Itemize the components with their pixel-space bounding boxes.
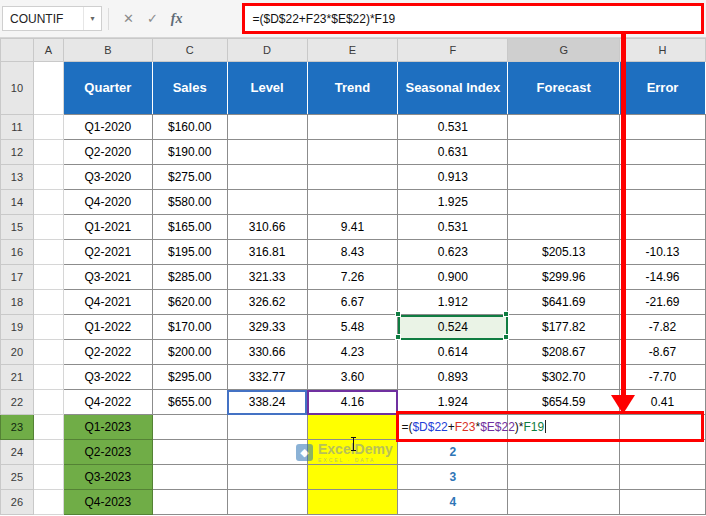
cell-F16[interactable]: 0.623	[398, 240, 508, 265]
cell-C24[interactable]	[152, 440, 227, 465]
row-header-16[interactable]: 16	[1, 240, 34, 265]
cell-B19[interactable]: Q1-2022	[63, 315, 152, 340]
col-header-D[interactable]: D	[227, 39, 307, 62]
cell-D12[interactable]	[227, 140, 307, 165]
cell-G26[interactable]	[508, 490, 620, 515]
cell-B21[interactable]: Q3-2022	[63, 365, 152, 390]
cell-F15[interactable]: 0.531	[398, 215, 508, 240]
cell-H25[interactable]	[620, 465, 706, 490]
cell-A14[interactable]	[33, 190, 63, 215]
cell-E17[interactable]: 7.26	[307, 265, 398, 290]
cell-G21[interactable]: $302.70	[508, 365, 620, 390]
header-forecast[interactable]: Forecast	[508, 62, 620, 115]
row-header-24[interactable]: 24	[1, 440, 34, 465]
cell-B15[interactable]: Q1-2021	[63, 215, 152, 240]
cell-H21[interactable]: -7.70	[620, 365, 706, 390]
cell-E16[interactable]: 8.43	[307, 240, 398, 265]
cell-A22[interactable]	[33, 390, 63, 415]
selection-handle-icon[interactable]	[503, 334, 509, 340]
header-trend[interactable]: Trend	[307, 62, 398, 115]
cell-F18[interactable]: 1.912	[398, 290, 508, 315]
cell-F14[interactable]: 1.925	[398, 190, 508, 215]
cell-C23[interactable]	[152, 415, 227, 440]
cell-F11[interactable]: 0.531	[398, 115, 508, 140]
cell-F17[interactable]: 0.900	[398, 265, 508, 290]
selection-handle-icon[interactable]	[503, 311, 509, 317]
row-header-26[interactable]: 26	[1, 490, 34, 515]
cell-G18[interactable]: $641.69	[508, 290, 620, 315]
cell-C20[interactable]: $200.00	[152, 340, 227, 365]
header-quarter[interactable]: Quarter	[63, 62, 152, 115]
cell-C25[interactable]	[152, 465, 227, 490]
cell-H18[interactable]: -21.69	[620, 290, 706, 315]
cell-D21[interactable]: 332.77	[227, 365, 307, 390]
cell-C22[interactable]: $655.00	[152, 390, 227, 415]
cell-B13[interactable]: Q3-2020	[63, 165, 152, 190]
row-header-19[interactable]: 19	[1, 315, 34, 340]
cell-A10[interactable]	[33, 62, 63, 115]
cell-C26[interactable]	[152, 490, 227, 515]
col-header-B[interactable]: B	[63, 39, 152, 62]
cell-B24[interactable]: Q2-2023	[63, 440, 152, 465]
cell-H13[interactable]	[620, 165, 706, 190]
cell-A12[interactable]	[33, 140, 63, 165]
cell-B18[interactable]: Q4-2021	[63, 290, 152, 315]
cell-B26[interactable]: Q4-2023	[63, 490, 152, 515]
cell-B23[interactable]: Q1-2023	[63, 415, 152, 440]
cell-E25[interactable]	[307, 465, 398, 490]
cell-B20[interactable]: Q2-2022	[63, 340, 152, 365]
cell-A26[interactable]	[33, 490, 63, 515]
col-header-C[interactable]: C	[152, 39, 227, 62]
cell-D15[interactable]: 310.66	[227, 215, 307, 240]
cell-A23[interactable]	[33, 415, 63, 440]
cell-E20[interactable]: 4.23	[307, 340, 398, 365]
cell-C13[interactable]: $275.00	[152, 165, 227, 190]
cell-D13[interactable]	[227, 165, 307, 190]
cell-B12[interactable]: Q2-2020	[63, 140, 152, 165]
cell-D25[interactable]	[227, 465, 307, 490]
cell-G17[interactable]: $299.96	[508, 265, 620, 290]
cell-D16[interactable]: 316.81	[227, 240, 307, 265]
cell-F19[interactable]: 0.524	[398, 315, 508, 340]
insert-function-icon[interactable]: fx	[171, 11, 183, 27]
cell-E15[interactable]: 9.41	[307, 215, 398, 240]
cell-H26[interactable]	[620, 490, 706, 515]
select-all-button[interactable]	[1, 39, 34, 62]
cell-G11[interactable]	[508, 115, 620, 140]
name-box[interactable]: COUNTIF ▾	[2, 6, 102, 31]
row-header-18[interactable]: 18	[1, 290, 34, 315]
cell-A24[interactable]	[33, 440, 63, 465]
row-header-22[interactable]: 22	[1, 390, 34, 415]
cell-B17[interactable]: Q3-2021	[63, 265, 152, 290]
cell-E22[interactable]: 4.16	[307, 390, 398, 415]
cell-D17[interactable]: 321.33	[227, 265, 307, 290]
cell-H14[interactable]	[620, 190, 706, 215]
row-header-17[interactable]: 17	[1, 265, 34, 290]
cell-E21[interactable]: 3.60	[307, 365, 398, 390]
cell-D26[interactable]	[227, 490, 307, 515]
cell-H24[interactable]	[620, 440, 706, 465]
row-header-25[interactable]: 25	[1, 465, 34, 490]
cell-G20[interactable]: $208.67	[508, 340, 620, 365]
enter-icon[interactable]: ✓	[147, 11, 158, 26]
cell-E26[interactable]	[307, 490, 398, 515]
cell-D19[interactable]: 329.33	[227, 315, 307, 340]
cell-A19[interactable]	[33, 315, 63, 340]
cell-F12[interactable]: 0.631	[398, 140, 508, 165]
cell-F13[interactable]: 0.913	[398, 165, 508, 190]
cell-G16[interactable]: $205.13	[508, 240, 620, 265]
cell-C21[interactable]: $295.00	[152, 365, 227, 390]
cancel-icon[interactable]: ✕	[123, 11, 134, 26]
cell-G24[interactable]	[508, 440, 620, 465]
cell-E19[interactable]: 5.48	[307, 315, 398, 340]
cell-G19[interactable]: $177.82	[508, 315, 620, 340]
row-header-14[interactable]: 14	[1, 190, 34, 215]
col-header-H[interactable]: H	[620, 39, 706, 62]
selection-handle-icon[interactable]	[395, 311, 401, 317]
cell-C12[interactable]: $190.00	[152, 140, 227, 165]
cell-A15[interactable]	[33, 215, 63, 240]
row-header-15[interactable]: 15	[1, 215, 34, 240]
cell-F21[interactable]: 0.893	[398, 365, 508, 390]
row-header-23[interactable]: 23	[1, 415, 34, 440]
cell-F26[interactable]: 4	[398, 490, 508, 515]
